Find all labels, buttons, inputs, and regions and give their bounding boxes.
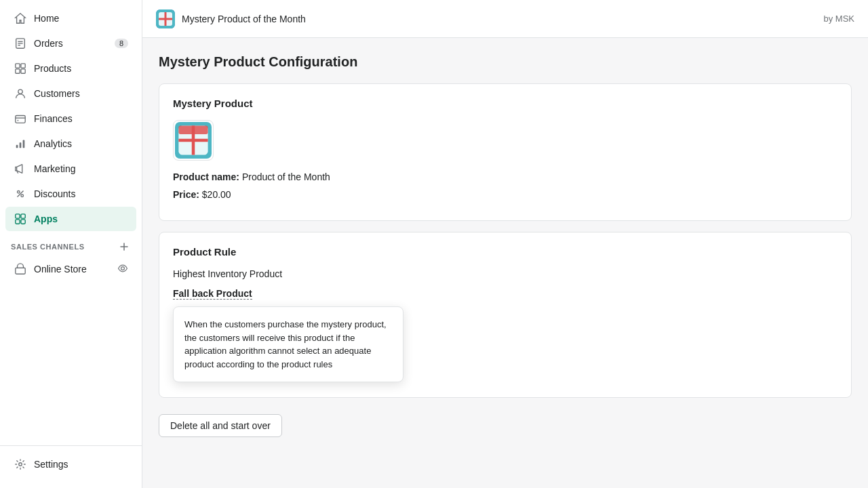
svg-rect-21 (21, 220, 25, 224)
svg-point-15 (18, 191, 20, 194)
mystery-product-image (173, 120, 214, 161)
sales-channels-header: SALES CHANNELS (0, 232, 142, 256)
sidebar-item-finances-label: Finances (34, 113, 73, 124)
svg-rect-13 (20, 142, 22, 148)
svg-rect-7 (21, 69, 25, 73)
sidebar-item-customers[interactable]: Customers (5, 81, 136, 106)
product-price-value: $20.00 (202, 189, 231, 200)
app-icon (156, 9, 175, 28)
top-bar: Mystery Product of the Month by MSK (142, 0, 868, 38)
sidebar-item-online-store-label: Online Store (34, 264, 87, 274)
sidebar-item-orders-label: Orders (34, 38, 63, 49)
sidebar-item-discounts[interactable]: Discounts (5, 182, 136, 206)
svg-rect-12 (16, 145, 18, 148)
top-bar-left: Mystery Product of the Month (156, 9, 306, 28)
sidebar-item-analytics-label: Analytics (34, 138, 72, 149)
svg-rect-4 (16, 64, 20, 68)
svg-rect-20 (16, 220, 20, 224)
svg-point-25 (121, 266, 125, 270)
svg-rect-19 (21, 214, 25, 218)
fallback-wrapper: Fall back Product When the customers pur… (173, 287, 252, 308)
online-store-visibility-icon[interactable] (117, 263, 128, 276)
sidebar-item-finances[interactable]: Finances (5, 106, 136, 131)
product-name-field: Product name: Product of the Month (173, 171, 837, 182)
page-title: Mystery Product Configuration (159, 54, 852, 70)
store-icon (14, 262, 27, 276)
main-content: Mystery Product of the Month by MSK Myst… (142, 0, 868, 488)
marketing-icon (14, 162, 27, 176)
product-rule-card: Product Rule Highest Inventory Product F… (159, 232, 852, 398)
svg-point-8 (18, 89, 22, 94)
by-label: by MSK (823, 14, 854, 24)
sidebar-item-marketing-label: Marketing (34, 163, 75, 174)
svg-line-17 (18, 191, 24, 197)
sidebar: Home Orders 8 (0, 0, 142, 488)
svg-rect-18 (16, 214, 20, 218)
analytics-icon (14, 137, 27, 150)
sidebar-item-apps-label: Apps (34, 214, 58, 224)
svg-rect-35 (178, 125, 208, 134)
product-name-value: Product of the Month (242, 171, 330, 182)
sidebar-item-products[interactable]: Products (5, 56, 136, 81)
sidebar-item-orders[interactable]: Orders 8 (5, 31, 136, 56)
svg-rect-6 (16, 69, 20, 73)
settings-icon (14, 458, 27, 471)
fallback-label: Fall back Product (173, 288, 252, 300)
orders-icon (14, 37, 27, 50)
svg-rect-14 (23, 140, 25, 148)
page-content: Mystery Product Configuration Mystery Pr… (142, 38, 868, 488)
finances-icon (14, 112, 27, 125)
orders-badge: 8 (115, 39, 128, 48)
sidebar-item-apps[interactable]: Apps (5, 207, 136, 231)
sidebar-item-online-store[interactable]: Online Store (5, 257, 136, 281)
customers-icon (14, 87, 27, 100)
svg-rect-24 (16, 268, 25, 274)
mystery-product-card-title: Mystery Product (173, 98, 837, 109)
svg-point-26 (19, 463, 22, 466)
svg-rect-5 (21, 64, 25, 68)
sidebar-item-settings[interactable]: Settings (5, 452, 136, 476)
rule-value: Highest Inventory Product (173, 268, 837, 279)
svg-point-16 (21, 195, 24, 197)
svg-point-11 (18, 120, 19, 121)
apps-icon (14, 212, 27, 226)
home-icon (14, 12, 27, 25)
sidebar-item-discounts-label: Discounts (34, 188, 75, 199)
sidebar-item-customers-label: Customers (34, 88, 80, 99)
delete-all-button[interactable]: Delete all and start over (159, 414, 282, 437)
products-icon (14, 62, 27, 75)
mystery-product-card: Mystery Product Product name: Product of… (159, 83, 852, 221)
sidebar-item-settings-label: Settings (34, 459, 68, 470)
sidebar-bottom: Settings (0, 445, 142, 488)
app-title: Mystery Product of the Month (182, 14, 306, 24)
product-price-field: Price: $20.00 (173, 189, 837, 200)
sidebar-nav: Home Orders 8 (0, 0, 142, 445)
sidebar-item-home[interactable]: Home (5, 6, 136, 30)
sidebar-item-marketing[interactable]: Marketing (5, 157, 136, 181)
fallback-tooltip: When the customers purchase the mystery … (173, 306, 403, 382)
svg-rect-9 (16, 116, 25, 123)
sidebar-item-products-label: Products (34, 63, 71, 74)
sidebar-item-analytics[interactable]: Analytics (5, 131, 136, 156)
sidebar-item-home-label: Home (34, 13, 59, 24)
add-sales-channel-button[interactable] (117, 240, 131, 253)
discounts-icon (14, 187, 27, 201)
product-rule-card-title: Product Rule (173, 246, 837, 258)
